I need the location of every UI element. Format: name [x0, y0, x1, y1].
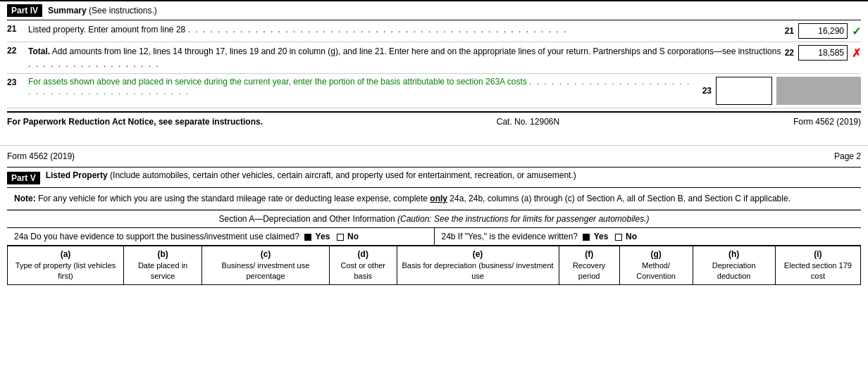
- col-h-header: (h) Depreciation deduction: [693, 246, 775, 285]
- cat-no: Cat. No. 12906N: [497, 117, 559, 127]
- part-iv-title: Summary (See instructions.): [48, 6, 157, 15]
- question-24a: 24a Do you have evidence to support the …: [7, 228, 435, 245]
- part-iv-badge: Part IV: [7, 4, 42, 17]
- part-v-note: (Include automobiles, certain other vehi…: [110, 170, 576, 180]
- line-23-content: For assets shown above and placed in ser…: [28, 77, 695, 96]
- page-container: Part IV Summary (See instructions.) 21 L…: [0, 0, 868, 285]
- vehicle-note2: 24a, 24b, columns (a) through (c) of Sec…: [450, 194, 790, 203]
- vehicle-note-bold: Note:: [14, 194, 36, 203]
- col-a-header: (a) Type of property (list vehicles firs…: [8, 246, 124, 285]
- line-23-row: 23 For assets shown above and placed in …: [7, 74, 861, 108]
- part-v-header: Part V Listed Property (Include automobi…: [7, 167, 861, 188]
- line-22-field-num: 22: [785, 48, 794, 58]
- line-21-dots: . . . . . . . . . . . . . . . . . . . . …: [188, 25, 568, 34]
- paperwork-row: For Paperwork Reduction Act Notice, see …: [7, 111, 861, 131]
- label-24b-no: No: [626, 232, 637, 241]
- part-v-title-block: Listed Property (Include automobiles, ce…: [46, 170, 576, 180]
- line-21-num: 21: [7, 23, 28, 34]
- line-22-row: 22 Total. Add amounts from line 12, line…: [7, 42, 861, 74]
- col-c-header: (c) Business/ investment use percentage: [202, 246, 330, 285]
- line-22-x: ✗: [852, 46, 861, 60]
- section-a-title: Section A—Depreciation and Other Informa…: [219, 214, 395, 224]
- column-headers-table: (a) Type of property (list vehicles firs…: [7, 246, 861, 285]
- vehicle-note: For any vehicle for which you are using …: [38, 194, 430, 203]
- line-21-check: ✓: [852, 25, 861, 38]
- col-e-header: (e) Basis for depreciation (business/ in…: [397, 246, 559, 285]
- line-22-content: Total. Add amounts from line 12, lines 1…: [28, 45, 785, 70]
- page2-section: Form 4562 (2019) Page 2 Part V Listed Pr…: [0, 145, 868, 285]
- question-24b: 24b If "Yes," is the evidence written? Y…: [435, 228, 862, 245]
- label-24a-no: No: [347, 232, 359, 241]
- line-21-input[interactable]: 16,290: [798, 23, 848, 39]
- line-23-input[interactable]: [716, 77, 772, 105]
- line-22-right: 22 18,585 ✗: [785, 45, 861, 61]
- page-label-p2: Page 2: [834, 151, 861, 161]
- part-iv-section: Part IV Summary (See instructions.) 21 L…: [0, 0, 868, 131]
- col-b-header: (b) Date placed in service: [124, 246, 202, 285]
- line-21-field-num: 21: [785, 26, 794, 36]
- part-v-badge: Part V: [7, 172, 40, 184]
- col-d-header: (d) Cost or other basis: [329, 246, 397, 285]
- paperwork-text: For Paperwork Reduction Act Notice, see …: [7, 117, 263, 127]
- label-24a-yes: Yes: [316, 232, 330, 241]
- checkbox-24a-no[interactable]: [337, 234, 344, 241]
- line-22-dots: . . . . . . . . . . . . . . . . . .: [28, 59, 160, 69]
- line-23-num: 23: [7, 77, 28, 87]
- part-iv-title-note: (See instructions.): [89, 6, 157, 15]
- form-label-p2: Form 4562 (2019): [7, 151, 75, 161]
- line-21-content: Listed property. Enter amount from line …: [28, 23, 785, 36]
- label-24b-yes: Yes: [594, 232, 609, 241]
- part-iv-title-text: Summary: [48, 6, 87, 15]
- line-23-field-num: 23: [702, 86, 712, 96]
- line-23-right: 23: [702, 77, 861, 105]
- section-a-header: Section A—Depreciation and Other Informa…: [7, 210, 861, 228]
- checkbox-24a-yes[interactable]: [304, 234, 311, 241]
- checkbox-24b-yes[interactable]: [583, 234, 590, 241]
- line-22-num: 22: [7, 45, 28, 56]
- col-g-header: (g) Method/ Convention: [619, 246, 693, 285]
- checkbox-24b-no[interactable]: [615, 234, 622, 241]
- part-iv-header: Part IV Summary (See instructions.): [7, 1, 861, 20]
- line-21-row: 21 Listed property. Enter amount from li…: [7, 20, 861, 42]
- section-a-caution: (Caution: See the instructions for limit…: [397, 214, 650, 224]
- col-i-header: (i) Elected section 179 cost: [775, 246, 860, 285]
- question-24a-text: 24a Do you have evidence to support the …: [14, 232, 299, 241]
- col-f-header: (f) Recovery period: [559, 246, 619, 285]
- question-24-row: 24a Do you have evidence to support the …: [7, 228, 861, 246]
- line-21-right: 21 16,290 ✓: [785, 23, 861, 39]
- form-num-right: Form 4562 (2019): [793, 117, 861, 127]
- line-22-input[interactable]: 18,585: [798, 45, 848, 61]
- column-header-row: (a) Type of property (list vehicles firs…: [8, 246, 861, 285]
- vehicle-note-only: only: [430, 194, 447, 203]
- page2-header: Form 4562 (2019) Page 2: [7, 151, 861, 161]
- part-v-title: Listed Property: [46, 170, 108, 180]
- part-v-note-row: Note: For any vehicle for which you are …: [7, 188, 861, 210]
- question-24b-text: 24b If "Yes," is the evidence written?: [442, 232, 578, 241]
- line-23-gray: [776, 77, 861, 105]
